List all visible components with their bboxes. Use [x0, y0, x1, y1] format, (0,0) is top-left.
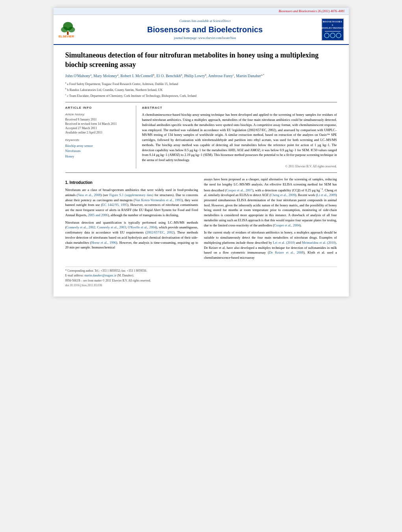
journal-logo-box: BIOSENSORS & BIOELECTRONICS	[321, 18, 345, 41]
main-content: 1. Introduction Nitrofurans are a class …	[65, 177, 337, 263]
ref-vankoten: Van Koten-Vermeulen et al., 1993	[135, 198, 182, 202]
svg-point-6	[324, 33, 329, 38]
ref-figure-s1: Figure S.1 (supplementary data)	[109, 193, 154, 197]
email-footnote: E-mail address: martin.danaher@teagasc.i…	[65, 274, 337, 278]
svg-point-3	[68, 27, 75, 32]
article-history: Article history: Received 9 January 2011…	[65, 112, 132, 135]
abstract-text: A chemiluminescence-based biochip array …	[142, 112, 337, 163]
email-link: martin.danaher@teagasc.ie	[84, 274, 116, 277]
ref-conneely1: Conneely et al., 2002; Conneely et al., …	[66, 225, 126, 229]
elsevier-logo: ELSEVIER	[57, 19, 89, 40]
intro-para-4: In the current study of residues of nitr…	[204, 230, 337, 260]
ref-dekeizerr2008: De Keizer et al., 2008	[269, 250, 303, 254]
ref-horne: Horne et al., 1996	[91, 241, 116, 245]
ref-lei2010: Lei et al. (2010)	[273, 241, 295, 245]
ref-eu2002: 2002/657/EC, 2002	[146, 230, 174, 234]
journal-header: ELSEVIER Contents lists available at Sci…	[54, 15, 349, 45]
intro-para-3: assays have been proposed as a cheaper, …	[204, 177, 337, 228]
ref-cooper2007: Cooper et al., 2007	[226, 188, 252, 192]
ref-meimaridou2010: Meimaridou et al. (2010)	[302, 241, 336, 245]
sciencedirect-text: Contents lists available at ScienceDirec…	[95, 19, 315, 23]
journal-center: Contents lists available at ScienceDirec…	[95, 19, 315, 40]
divider-1	[65, 102, 337, 102]
keywords-list: Biochip array sensor Nitrofurans Honey	[65, 143, 132, 159]
authors-line: John O'Mahonya, Mary Moloneya, Robert I.…	[65, 73, 337, 79]
affiliation-a: a a Food Safety Department, Teagasc Food…	[65, 81, 337, 87]
keyword-3: Honey	[65, 154, 132, 159]
author-furey: Ambrose Furey	[208, 74, 233, 78]
abstract-label: ABSTRACT	[142, 106, 337, 110]
citation-text: Biosensors and Bioelectronics 26 (2011) …	[279, 9, 345, 13]
keywords-label: Keywords:	[65, 138, 132, 142]
affiliation-c: c c Team Elucidate, Department of Chemis…	[65, 93, 337, 98]
author-benchikh: El O. Benchikh	[156, 74, 181, 78]
doi-line: doi:10.1016/j.bios.2011.03.036	[65, 284, 337, 288]
keyword-1: Biochip array sensor	[65, 143, 132, 149]
article-info-column: ARTICLE INFO Article history: Received 9…	[65, 106, 136, 169]
author-mcconnell: Robert I. McConnell	[120, 74, 153, 78]
main-left-column: 1. Introduction Nitrofurans are a class …	[65, 177, 198, 263]
info-abstract-section: ARTICLE INFO Article history: Received 9…	[65, 106, 337, 169]
section1-heading: 1. Introduction	[65, 180, 198, 185]
keywords-section: Keywords: Biochip array sensor Nitrofura…	[65, 138, 132, 159]
main-right-column: assays have been proposed as a cheaper, …	[204, 177, 337, 263]
intro-para-1: Nitrofurans are a class of broad-spectru…	[65, 187, 198, 218]
accepted-date: Accepted 27 March 2011	[65, 126, 132, 130]
author-omahony: John O'Mahony	[65, 74, 91, 78]
corresponding-author: * Corresponding author. Tel.: +353 1 805…	[65, 269, 337, 273]
divider-2	[65, 172, 337, 173]
ref-rasff: 2005 and 2006	[88, 213, 108, 217]
history-label: Article history:	[65, 112, 132, 117]
affiliations: a a Food Safety Department, Teagasc Food…	[65, 81, 337, 98]
keyword-2: Nitrofurans	[65, 148, 132, 154]
journal-citation-banner: Biosensors and Bioelectronics 26 (2011) …	[54, 8, 349, 15]
author-lowry: Philip Lowry	[184, 74, 205, 78]
article-body: Simultaneous detection of four nitrofura…	[54, 45, 349, 297]
svg-point-7	[330, 33, 335, 38]
ref-cheng2009: Cheng et al., 2009	[270, 193, 295, 197]
page: Biosensors and Bioelectronics 26 (2011) …	[54, 8, 349, 297]
footnotes: * Corresponding author. Tel.: +353 1 805…	[65, 267, 337, 288]
issn-line: 0956-5663/$ – see front matter © 2011 El…	[65, 279, 337, 283]
article-info-label: ARTICLE INFO	[65, 106, 132, 110]
affiliation-b: b b Randox Laboratories Ltd, Crumlin, Co…	[65, 87, 337, 93]
ref-vass: Vass et al., 2008	[78, 193, 101, 197]
abstract-column: ABSTRACT A chemiluminescence-based bioch…	[142, 106, 337, 169]
ref-ec: EC 1442/95, 1995	[102, 203, 128, 207]
journal-homepage: journal homepage: www.elsevier.com/locat…	[95, 36, 315, 40]
online-date: Available online 2 April 2011	[65, 130, 132, 135]
revised-date: Received in revised form 14 March 2011	[65, 122, 132, 126]
svg-point-8	[336, 33, 341, 38]
svg-text:ELSEVIER: ELSEVIER	[58, 35, 74, 38]
ref-cooper2004: Cooper et al., 2004	[274, 223, 300, 227]
intro-para-2: Nitrofuran detection and quantification …	[65, 220, 198, 250]
article-title: Simultaneous detection of four nitrofura…	[65, 51, 337, 69]
copyright: © 2011 Elsevier B.V. All rights reserved…	[142, 164, 337, 169]
elsevier-logo-svg: ELSEVIER	[57, 19, 89, 39]
ref-li2009: Li et al., 2009	[317, 193, 336, 197]
author-danaher: Martin Danaher	[236, 74, 261, 78]
author-moloney: Mary Moloney	[93, 74, 117, 78]
received-date: Received 9 January 2011	[65, 117, 132, 122]
journal-title: Biosensors and Bioelectronics	[95, 24, 315, 35]
ref-okeeffe: O'Keeffe et al., 2004	[128, 225, 156, 229]
